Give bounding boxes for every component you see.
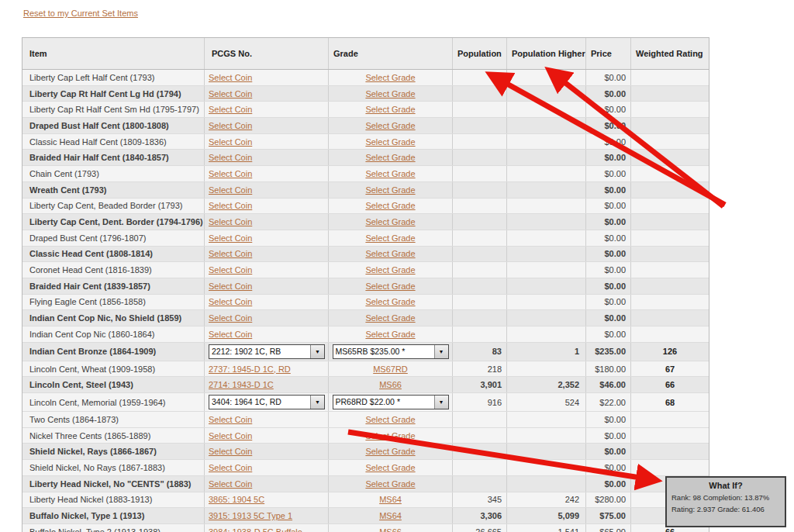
population-higher-value: [507, 278, 586, 294]
grade-link[interactable]: MS64: [379, 495, 402, 504]
population-value: [453, 70, 507, 85]
pcgs-no-link[interactable]: Select Coin: [209, 297, 252, 306]
price-value: $0.00: [586, 134, 631, 150]
pcgs-no-link[interactable]: Select Coin: [209, 265, 252, 275]
grade-link[interactable]: MS64: [379, 511, 402, 520]
grade-cell: Select Grade: [329, 412, 453, 427]
population-higher-value: [507, 86, 586, 102]
item-name: Indian Cent Cop Nic (1860-1864): [22, 326, 205, 342]
pcgs-no-link[interactable]: Select Coin: [209, 185, 252, 195]
pcgs-no-link[interactable]: Select Coin: [209, 415, 252, 424]
pcgs-no-link[interactable]: Select Coin: [209, 282, 252, 291]
grade-link[interactable]: Select Grade: [365, 105, 415, 114]
pcgs-no-cell: 2714: 1943-D 1C: [205, 377, 329, 392]
pcgs-no-link[interactable]: Select Coin: [209, 121, 252, 130]
population-value: [453, 428, 507, 444]
grade-link[interactable]: Select Grade: [365, 447, 415, 456]
price-value: $0.00: [586, 460, 631, 475]
item-name: Braided Hair Half Cent (1840-1857): [22, 150, 205, 165]
pcgs-no-select[interactable]: 2212: 1902 1C, RB▼: [209, 344, 325, 359]
pcgs-no-link[interactable]: Select Coin: [209, 447, 252, 456]
item-name: Liberty Head Nickel, No "CENTS" (1883): [22, 476, 205, 492]
dropdown-arrow-icon[interactable]: ▼: [310, 345, 324, 358]
grade-link[interactable]: Select Grade: [365, 201, 415, 210]
table-row: Chain Cent (1793)Select CoinSelect Grade…: [22, 166, 709, 182]
pcgs-no-link[interactable]: 2714: 1943-D 1C: [209, 380, 274, 389]
population-value: [453, 118, 507, 133]
grade-link[interactable]: MS67RD: [373, 364, 408, 374]
pcgs-no-link[interactable]: Select Coin: [209, 217, 252, 226]
dropdown-arrow-icon[interactable]: ▼: [310, 396, 324, 409]
pcgs-no-link[interactable]: Select Coin: [209, 201, 252, 210]
grade-select[interactable]: PR68RD $22.00 *▼: [333, 395, 449, 409]
population-value: [453, 326, 507, 342]
pcgs-no-link[interactable]: Select Coin: [209, 463, 252, 472]
grade-cell: Select Grade: [329, 150, 453, 165]
pcgs-no-link[interactable]: Select Coin: [209, 479, 252, 489]
pcgs-no-link[interactable]: 2737: 1945-D 1C, RD: [209, 364, 291, 374]
grade-link[interactable]: Select Grade: [365, 249, 415, 258]
grade-link[interactable]: Select Grade: [365, 121, 415, 130]
grade-link[interactable]: Select Grade: [365, 297, 415, 306]
pcgs-no-cell: 3865: 1904 5C: [205, 492, 329, 508]
pcgs-no-link[interactable]: Select Coin: [209, 169, 252, 178]
weighted-rating-value: [631, 412, 709, 427]
pcgs-no-cell: Select Coin: [205, 199, 329, 214]
grade-link[interactable]: Select Grade: [365, 185, 415, 195]
population-higher-value: [507, 182, 586, 198]
price-value: $0.00: [586, 199, 631, 214]
grade-link[interactable]: Select Grade: [365, 233, 415, 243]
grade-link[interactable]: Select Grade: [365, 153, 415, 162]
grade-link[interactable]: Select Grade: [365, 169, 415, 178]
pcgs-no-link[interactable]: Select Coin: [209, 233, 252, 243]
grade-link[interactable]: Select Grade: [365, 265, 415, 275]
population-higher-value: 5,099: [507, 508, 586, 523]
pcgs-no-link[interactable]: Select Coin: [209, 105, 252, 114]
population-value: 218: [453, 361, 507, 377]
pcgs-no-link[interactable]: 3865: 1904 5C: [209, 495, 264, 504]
grade-cell: Select Grade: [329, 262, 453, 278]
weighted-rating-value: 67: [631, 361, 709, 377]
grade-link[interactable]: Select Grade: [365, 330, 415, 339]
pcgs-no-link[interactable]: Select Coin: [209, 249, 252, 258]
grade-link[interactable]: Select Grade: [365, 217, 415, 226]
pcgs-no-link[interactable]: Select Coin: [209, 330, 252, 339]
population-higher-value: [507, 166, 586, 181]
what-if-rating-grade: Rating: 2.937 Grade: 61.406: [667, 505, 785, 513]
grade-link[interactable]: Select Grade: [365, 463, 415, 472]
population-value: [453, 199, 507, 214]
grade-link[interactable]: Select Grade: [365, 73, 415, 82]
population-value: [453, 134, 507, 150]
pcgs-no-link[interactable]: Select Coin: [209, 313, 252, 323]
pcgs-no-link[interactable]: Select Coin: [209, 153, 252, 162]
dropdown-arrow-icon[interactable]: ▼: [434, 345, 448, 358]
price-value: $0.00: [586, 166, 631, 181]
pcgs-no-link[interactable]: Select Coin: [209, 431, 252, 440]
price-value: $180.00: [586, 361, 631, 377]
pcgs-no-link[interactable]: 3984: 1938-D 5C Buffalo: [209, 527, 302, 532]
pcgs-no-link[interactable]: Select Coin: [209, 89, 252, 98]
population-value: [453, 278, 507, 294]
pcgs-no-select[interactable]: 3404: 1964 1C, RD▼: [209, 395, 325, 409]
pcgs-no-link[interactable]: 3915: 1913 5C Type 1: [209, 511, 292, 520]
header-price: Price: [586, 38, 631, 69]
grade-link[interactable]: Select Grade: [365, 313, 415, 323]
grade-link[interactable]: Select Grade: [365, 89, 415, 98]
grade-link[interactable]: Select Grade: [365, 137, 415, 147]
pcgs-no-link[interactable]: Select Coin: [209, 73, 252, 82]
table-row: Lincoln Cent, Memorial (1959-1964)3404: …: [22, 393, 709, 412]
grade-link[interactable]: Select Grade: [365, 479, 415, 489]
price-value: $22.00: [586, 393, 631, 411]
table-row: Classic Head Half Cent (1809-1836)Select…: [22, 134, 709, 150]
reset-link[interactable]: Reset to my Current Set Items: [23, 9, 138, 18]
pcgs-no-cell: 2737: 1945-D 1C, RD: [205, 361, 329, 377]
price-value: $0.00: [586, 444, 631, 459]
grade-link[interactable]: MS66: [379, 527, 402, 532]
pcgs-no-link[interactable]: Select Coin: [209, 137, 252, 147]
dropdown-arrow-icon[interactable]: ▼: [434, 396, 448, 409]
grade-link[interactable]: MS66: [379, 380, 402, 389]
grade-link[interactable]: Select Grade: [365, 282, 415, 291]
grade-link[interactable]: Select Grade: [365, 431, 415, 440]
grade-link[interactable]: Select Grade: [365, 415, 415, 424]
grade-select[interactable]: MS65RB $235.00 *▼: [333, 344, 449, 359]
